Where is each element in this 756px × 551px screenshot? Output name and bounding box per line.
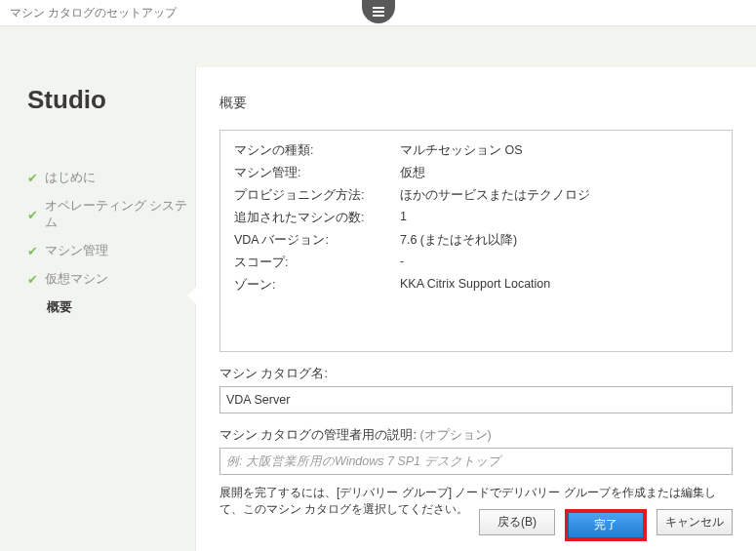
nav-item-machine-management[interactable]: ✔ マシン管理 bbox=[27, 243, 195, 259]
nav-label: 仮想マシン bbox=[45, 271, 108, 288]
sidebar-pointer-icon bbox=[187, 287, 196, 304]
summary-value: KKA Citrix Support Location bbox=[400, 277, 718, 294]
summary-label: 追加されたマシンの数: bbox=[234, 210, 400, 226]
summary-row: スコープ: - bbox=[234, 255, 718, 271]
check-icon: ✔ bbox=[27, 272, 38, 287]
window-title: マシン カタログのセットアップ bbox=[10, 5, 177, 21]
finish-button-highlight: 完了 bbox=[565, 509, 647, 541]
summary-row: 追加されたマシンの数: 1 bbox=[234, 210, 718, 226]
cancel-button[interactable]: キャンセル bbox=[657, 509, 733, 535]
summary-value: 仮想 bbox=[400, 165, 718, 181]
nav-item-summary[interactable]: 概要 bbox=[27, 299, 195, 316]
summary-label: プロビジョニング方法: bbox=[234, 187, 400, 204]
summary-label: スコープ: bbox=[234, 255, 400, 271]
catalog-desc-label-text: マシン カタログの管理者用の説明: bbox=[219, 428, 417, 442]
summary-value: 1 bbox=[400, 210, 718, 226]
nav-item-vm[interactable]: ✔ 仮想マシン bbox=[27, 271, 195, 288]
nav-label: 概要 bbox=[47, 299, 72, 316]
summary-value: 7.6 (またはそれ以降) bbox=[400, 232, 718, 249]
summary-row: マシン管理: 仮想 bbox=[234, 165, 718, 181]
wizard-body: Studio ✔ はじめに ✔ オペレーティング システム ✔ マシン管理 ✔ … bbox=[0, 25, 756, 551]
summary-box: マシンの種類: マルチセッション OS マシン管理: 仮想 プロビジョニング方法… bbox=[219, 130, 733, 352]
catalog-desc-input[interactable] bbox=[219, 448, 733, 475]
summary-value: ほかのサービスまたはテクノロジ bbox=[400, 187, 718, 204]
title-bar: マシン カタログのセットアップ bbox=[0, 0, 756, 25]
catalog-desc-label: マシン カタログの管理者用の説明: (オプション) bbox=[219, 427, 733, 444]
catalog-name-input[interactable] bbox=[219, 386, 733, 413]
page-title: 概要 bbox=[219, 95, 733, 112]
nav-label: オペレーティング システム bbox=[45, 198, 195, 231]
catalog-name-label: マシン カタログ名: bbox=[219, 366, 733, 382]
nav-item-intro[interactable]: ✔ はじめに bbox=[27, 170, 195, 186]
summary-row: VDA バージョン: 7.6 (またはそれ以降) bbox=[234, 232, 718, 249]
catalog-name-block: マシン カタログ名: bbox=[219, 366, 733, 413]
hamburger-menu-button[interactable] bbox=[362, 0, 395, 23]
nav-label: はじめに bbox=[45, 170, 96, 186]
summary-label: マシン管理: bbox=[234, 165, 400, 181]
check-icon: ✔ bbox=[27, 171, 38, 185]
summary-row: ゾーン: KKA Citrix Support Location bbox=[234, 277, 718, 294]
back-button[interactable]: 戻る(B) bbox=[479, 509, 555, 535]
content-inner: 概要 マシンの種類: マルチセッション OS マシン管理: 仮想 プロビジョニン… bbox=[196, 67, 756, 531]
catalog-desc-block: マシン カタログの管理者用の説明: (オプション) bbox=[219, 427, 733, 475]
summary-value: - bbox=[400, 255, 718, 271]
catalog-desc-optional: (オプション) bbox=[419, 428, 491, 442]
summary-label: VDA バージョン: bbox=[234, 232, 400, 249]
nav-label: マシン管理 bbox=[45, 243, 108, 259]
check-icon: ✔ bbox=[27, 244, 38, 258]
summary-value: マルチセッション OS bbox=[400, 142, 718, 159]
studio-title: Studio bbox=[27, 85, 195, 115]
summary-label: ゾーン: bbox=[234, 277, 400, 294]
finish-button[interactable]: 完了 bbox=[568, 512, 644, 538]
nav-item-os[interactable]: ✔ オペレーティング システム bbox=[27, 198, 195, 231]
check-icon: ✔ bbox=[27, 208, 38, 222]
summary-row: プロビジョニング方法: ほかのサービスまたはテクノロジ bbox=[234, 187, 718, 204]
summary-label: マシンの種類: bbox=[234, 142, 400, 159]
hamburger-icon bbox=[373, 11, 384, 13]
sidebar: Studio ✔ はじめに ✔ オペレーティング システム ✔ マシン管理 ✔ … bbox=[0, 26, 195, 551]
summary-row: マシンの種類: マルチセッション OS bbox=[234, 142, 718, 159]
content-area: 概要 マシンの種類: マルチセッション OS マシン管理: 仮想 プロビジョニン… bbox=[195, 67, 756, 551]
button-row: 戻る(B) 完了 キャンセル bbox=[479, 509, 733, 541]
